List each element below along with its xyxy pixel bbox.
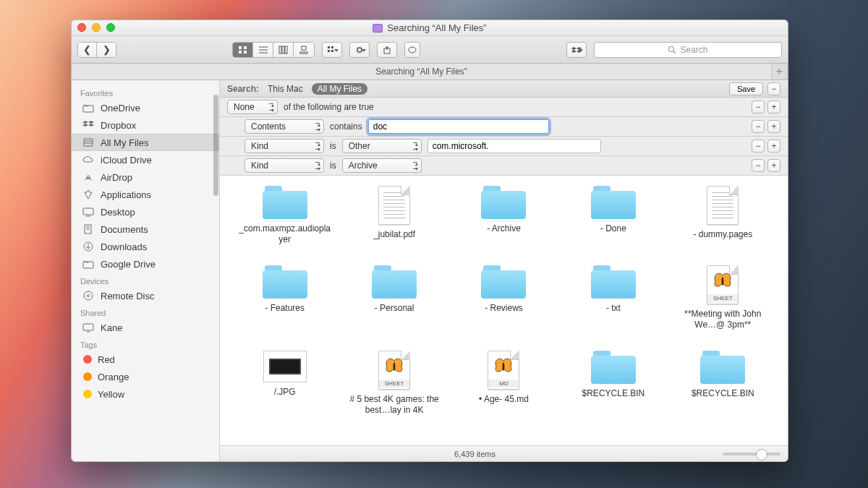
- sidebar-item-red[interactable]: Red: [72, 351, 219, 368]
- search-field[interactable]: Search: [594, 42, 782, 58]
- sidebar-item-documents[interactable]: Documents: [72, 221, 219, 238]
- forward-button[interactable]: ❯: [97, 42, 116, 58]
- sidebar-scrollbar[interactable]: [213, 95, 218, 196]
- criteria-2-add[interactable]: +: [767, 140, 780, 153]
- list-view-button[interactable]: [253, 42, 273, 58]
- scope-this-mac[interactable]: This Mac: [268, 84, 303, 94]
- criteria-1-add[interactable]: +: [767, 120, 780, 133]
- result-item[interactable]: /.JPG: [234, 351, 335, 416]
- column-view-button[interactable]: [273, 42, 294, 58]
- criteria-1-value-input[interactable]: [368, 119, 549, 134]
- result-item[interactable]: - Features: [234, 265, 335, 330]
- collapse-criteria-button[interactable]: −: [767, 82, 780, 95]
- svg-point-20: [409, 47, 416, 53]
- criteria-0-add[interactable]: +: [767, 100, 780, 114]
- result-item[interactable]: SHEET# 5 best 4K games: the best…lay in …: [344, 351, 444, 416]
- result-label: **Meeting with John We…@ 3pm**: [676, 309, 770, 330]
- tags-button[interactable]: [404, 42, 420, 58]
- action-button[interactable]: [349, 42, 370, 58]
- svg-point-17: [357, 48, 362, 52]
- sidebar-item-kane[interactable]: Kane: [72, 319, 219, 336]
- close-button[interactable]: [77, 23, 86, 32]
- result-label: - Archive: [487, 223, 521, 234]
- fullscreen-button[interactable]: [106, 23, 115, 32]
- svg-rect-24: [84, 139, 93, 146]
- svg-point-40: [393, 362, 396, 371]
- criteria-2-text-input[interactable]: [427, 139, 601, 153]
- save-search-button[interactable]: Save: [729, 82, 763, 95]
- folder-icon: [700, 351, 745, 384]
- result-label: $RECYCLE.BIN: [582, 388, 645, 399]
- status-bar: 6,439 items: [220, 445, 788, 461]
- result-item[interactable]: - txt: [563, 265, 663, 330]
- tags-header: Tags: [72, 336, 219, 351]
- result-item[interactable]: _jubilat.pdf: [344, 186, 444, 245]
- icon-view-button[interactable]: [233, 42, 253, 58]
- window-title: Searching “All My Files”: [387, 22, 486, 33]
- arrange-button[interactable]: [322, 42, 342, 58]
- result-item[interactable]: - Done: [563, 186, 663, 245]
- sidebar-item-yellow[interactable]: Yellow: [72, 385, 219, 403]
- tag-dot-icon: [83, 355, 92, 364]
- criteria-3-value[interactable]: Archive▴▾: [342, 158, 422, 173]
- result-item[interactable]: MD• Age- 45.md: [454, 351, 554, 416]
- result-label: - Personal: [375, 303, 414, 314]
- sidebar-item-desktop[interactable]: Desktop: [72, 203, 219, 221]
- result-item[interactable]: - Reviews: [454, 265, 554, 330]
- sidebar-item-downloads[interactable]: Downloads: [72, 238, 219, 255]
- folder-icon: [82, 103, 95, 113]
- zoom-slider[interactable]: [723, 453, 780, 455]
- result-item[interactable]: _com.maxmpz.audioplayer: [234, 186, 335, 245]
- shared-header: Shared: [72, 304, 219, 319]
- search-placeholder: Search: [680, 45, 707, 55]
- sidebar-item-onedrive[interactable]: OneDrive: [72, 99, 219, 116]
- criteria-row-1: Contents▴▾ contains − +: [220, 117, 788, 137]
- criteria-1-remove[interactable]: −: [752, 120, 765, 133]
- sidebar-item-airdrop[interactable]: AirDrop: [72, 168, 219, 186]
- dropbox-toolbar-button[interactable]: [566, 42, 587, 58]
- sidebar-item-dropbox[interactable]: Dropbox: [72, 116, 219, 134]
- apps-icon: [82, 189, 95, 200]
- result-item[interactable]: - Archive: [454, 186, 554, 245]
- criteria-3-add[interactable]: +: [767, 159, 780, 172]
- result-label: - Features: [265, 303, 305, 314]
- minimize-button[interactable]: [92, 23, 101, 32]
- result-item[interactable]: - Personal: [344, 265, 444, 330]
- criteria-2-attr[interactable]: Kind▴▾: [244, 139, 324, 153]
- svg-rect-14: [331, 46, 333, 48]
- toolbar: ❮ ❯ Search: [72, 36, 788, 64]
- sidebar-item-remote-disc[interactable]: Remote Disc: [72, 287, 219, 304]
- criteria-2-value[interactable]: Other▴▾: [342, 139, 422, 153]
- result-label: _com.maxmpz.audioplayer: [238, 223, 332, 245]
- sheet-icon: SHEET: [378, 351, 410, 390]
- tag-dot-icon: [83, 372, 92, 381]
- back-button[interactable]: ❮: [78, 42, 97, 58]
- folder-icon: [591, 351, 636, 384]
- results-area[interactable]: _com.maxmpz.audioplayer_jubilat.pdf- Arc…: [220, 176, 788, 445]
- scope-all-my-files[interactable]: All My Files: [312, 83, 367, 95]
- criteria-3-remove[interactable]: −: [752, 159, 765, 172]
- share-button[interactable]: [377, 42, 397, 58]
- tab-searching[interactable]: Searching “All My Files”: [72, 64, 772, 80]
- criteria-2-remove[interactable]: −: [752, 140, 765, 153]
- sidebar-item-orange[interactable]: Orange: [72, 368, 219, 385]
- svg-rect-28: [83, 208, 93, 215]
- criteria-3-attr[interactable]: Kind▴▾: [244, 158, 324, 173]
- result-item[interactable]: SHEET**Meeting with John We…@ 3pm**: [673, 265, 773, 330]
- result-item[interactable]: $RECYCLE.BIN: [563, 351, 663, 416]
- coverflow-view-button[interactable]: [294, 42, 314, 58]
- sidebar-item-icloud-drive[interactable]: iCloud Drive: [72, 151, 219, 168]
- result-item[interactable]: - dummy.pages: [673, 186, 773, 245]
- folder-icon: [591, 265, 636, 299]
- criteria-0-remove[interactable]: −: [752, 100, 765, 114]
- criteria-1-attr[interactable]: Contents▴▾: [244, 119, 324, 134]
- new-tab-button[interactable]: +: [772, 64, 788, 80]
- sidebar-item-google-drive[interactable]: Google Drive: [72, 255, 219, 273]
- sidebar-item-all-my-files[interactable]: All My Files: [72, 134, 219, 151]
- svg-point-21: [669, 46, 674, 51]
- dropbox-icon: [82, 120, 95, 130]
- sidebar-item-applications[interactable]: Applications: [72, 186, 219, 203]
- result-item[interactable]: $RECYCLE.BIN: [673, 351, 773, 416]
- criteria-0-attr[interactable]: None▴▾: [227, 100, 278, 114]
- svg-point-36: [88, 295, 90, 297]
